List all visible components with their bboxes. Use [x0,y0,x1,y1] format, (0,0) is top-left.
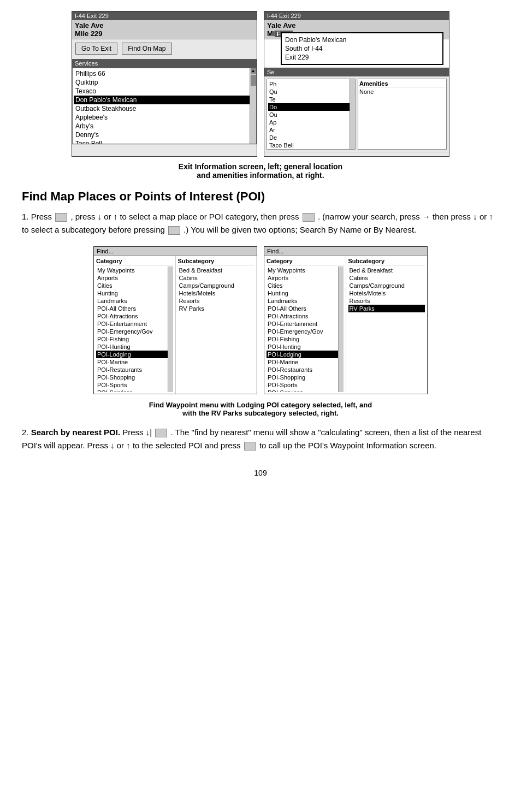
left-screen-header: I-44 Exit 229 [72,11,257,20]
find-list-item: POI-Emergency/Gov [267,328,344,335]
button-blank-3 [168,226,180,235]
find-list-item: Camps/Campground [178,282,255,289]
search-by-nearest-label: Search by nearest POI. [31,428,120,437]
find-list-item: Bed & Breakfast [348,266,425,274]
find-list-item: Cities [267,282,344,289]
find-list-item: My Waypoints [267,266,344,274]
find-list-item: Landmarks [96,297,173,305]
button-blank-2 [303,213,315,222]
find-subcat-list-right[interactable]: Bed & Breakfast Cabins Camps/Campground … [348,266,425,392]
find-right-header: Find... [264,247,427,256]
button-blank-5 [244,442,256,451]
find-list-item: POI-Services [267,389,344,392]
find-list-item: RV Parks [178,305,255,312]
list-item: Phillips 66 [74,69,255,78]
list-item: Do [268,103,354,111]
list-item: Quiktrip [74,78,255,87]
top-screenshots-row: I-44 Exit 229 Yale Ave Mile 229 Go To Ex… [22,11,499,157]
find-list-item: Hunting [267,289,344,297]
list-item: Texaco [74,87,255,96]
find-list-item: Resorts [178,297,255,305]
find-on-map-button[interactable]: Find On Map [122,43,171,55]
scroll-thumb[interactable] [251,75,256,86]
section-heading: Find Map Places or Points of Interest (P… [22,189,499,204]
button-blank-4 [155,429,167,437]
find-category-col: Category My Waypoints Airports Cities Hu… [94,256,176,394]
find-cat-scrollbar-right[interactable] [338,266,344,392]
find-list-item-selected: POI-Lodging [96,351,173,358]
list-item: Arby's [74,122,255,131]
list-item-selected: Don Pablo's Mexican [74,96,255,104]
amenities-panel: Amenities None [358,79,447,150]
find-cat-list[interactable]: My Waypoints Airports Cities Hunting Lan… [96,266,173,392]
list-item: Ph [268,80,354,88]
find-list-item: Hotels/Motels [348,289,425,297]
find-list-item: Airports [96,274,173,282]
right-section-title: Se [264,68,449,76]
find-list-item: POI-Fishing [267,335,344,343]
find-left-body: Category My Waypoints Airports Cities Hu… [94,256,257,394]
amenities-none: None [359,88,445,95]
dropdown-item: South of I-44 [285,44,439,53]
find-list-item: POI-Hunting [267,343,344,351]
list-item: Te [268,96,354,103]
find-cat-list-right[interactable]: My Waypoints Airports Cities Hunting Lan… [267,266,344,392]
list-item: Ap [268,118,354,126]
find-list-item: Hunting [96,289,173,297]
find-list-item: POI-Shopping [267,374,344,381]
scrollbar[interactable] [350,79,355,149]
paragraph-1: 1. Press , press ↓ or ↑ to select a map … [22,210,499,236]
find-subcat-header: Subcategory [178,258,255,265]
find-subcat-col: Subcategory Bed & Breakfast Cabins Camps… [176,256,257,394]
find-list-item: POI-All Others [267,305,344,312]
find-list-item: POI-Restaurants [96,366,173,374]
find-screenshots-row: Find... Category My Waypoints Airports C… [22,246,499,394]
find-list-item: Cabins [348,274,425,282]
amenities-title: Amenities [359,80,445,87]
find-list-item: Camps/Campground [348,282,425,289]
find-list-item: POI-Fishing [96,335,173,343]
right-screen-header: I-44 Exit 229 [264,11,449,20]
list-item: Ou [268,111,354,118]
left-exit-screen: I-44 Exit 229 Yale Ave Mile 229 Go To Ex… [72,11,257,157]
find-list-item: Landmarks [267,297,344,305]
find-list-item: Cabins [178,274,255,282]
list-item: Taco Bell [74,139,255,144]
find-cat-header: Category [96,258,173,265]
find-list-item: Airports [267,274,344,282]
dropdown-item: Don Pablo's Mexican [285,35,439,44]
find-list-item: Hotels/Motels [178,289,255,297]
list-item: Taco Bell [268,141,354,149]
list-item: Denny's [74,131,255,139]
scroll-up-arrow[interactable]: ▲ [251,68,256,74]
find-list-item: POI-Attractions [267,312,344,320]
find-list-item: Resorts [348,297,425,305]
find-list-item: POI-Sports [96,381,173,389]
find-left-panel: Find... Category My Waypoints Airports C… [93,246,257,394]
list-item: Applebee's [74,113,255,122]
find-list-item: POI-Entertainment [267,320,344,328]
dropdown-item: Exit 229 [285,53,439,62]
find-subcat-list[interactable]: Bed & Breakfast Cabins Camps/Campground … [178,266,255,392]
find-cat-scrollbar[interactable] [168,266,173,392]
scrollbar[interactable]: ▲ [250,68,256,144]
list-item: Outback Steakhouse [74,104,255,113]
find-list-item: POI-Attractions [96,312,173,320]
find-list-item: Cities [96,282,173,289]
find-list-item: Bed & Breakfast [178,266,255,274]
find-category-col-right: Category My Waypoints Airports Cities Hu… [264,256,346,394]
find-right-panel: Find... Category My Waypoints Airports C… [264,246,428,394]
find-subcat-col-right: Subcategory Bed & Breakfast Cabins Camps… [346,256,428,394]
list-item: De [268,134,354,141]
find-list-item-rv-selected: RV Parks [348,305,425,312]
page-number: 109 [22,469,499,477]
find-list-item: POI-Marine [267,358,344,366]
find-subcat-header-right: Subcategory [348,258,425,265]
right-services-list[interactable]: Ph Qu Te Do Ou Ap Ar De Taco Bell [267,79,356,150]
list-item: Qu [268,88,354,96]
find-list-item: POI-Services [96,389,173,392]
find-caption: Find Waypoint menu with Lodging POI cate… [22,401,499,417]
left-services-list[interactable]: Phillips 66 Quiktrip Texaco Don Pablo's … [72,68,257,144]
poi-dropdown: Don Pablo's Mexican South of I-44 Exit 2… [281,32,443,65]
go-to-exit-button[interactable]: Go To Exit [75,43,117,55]
